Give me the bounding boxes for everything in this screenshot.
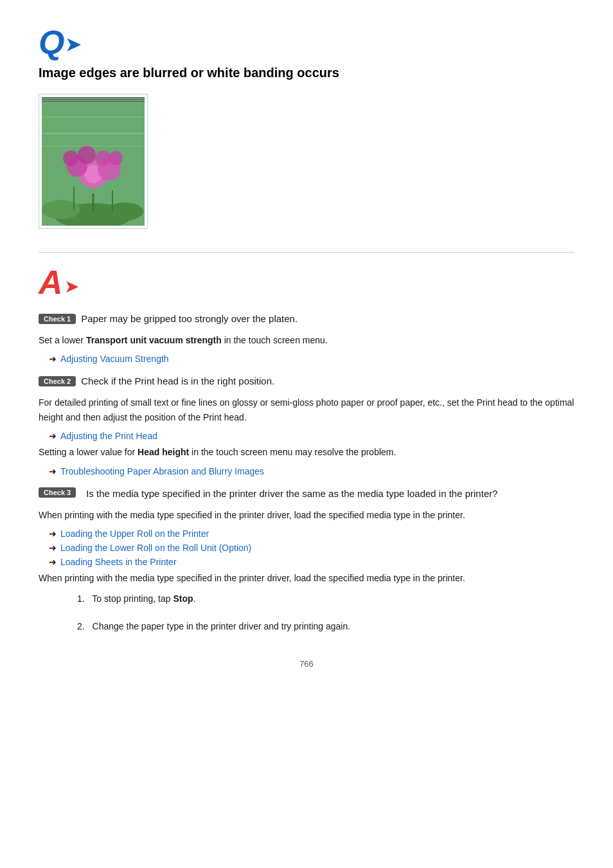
page-title: Image edges are blurred or white banding… (39, 64, 574, 81)
loading-upper-roll-link[interactable]: Loading the Upper Roll on the Printer (60, 529, 209, 539)
a-letter: A (39, 266, 63, 299)
svg-rect-17 (42, 102, 145, 102)
q-letter: Q (39, 26, 64, 59)
arrow-bullet-5: ➜ (49, 543, 57, 553)
arrow-bullet-1: ➜ (49, 354, 57, 364)
svg-point-12 (95, 150, 111, 166)
arrow-bullet-3: ➜ (49, 466, 57, 476)
check-3-badge-wrap: Check 3 (39, 487, 81, 498)
svg-point-13 (63, 150, 78, 166)
item-1-num: 1. (77, 593, 85, 604)
check-2-link-row: ➜ Adjusting the Print Head (49, 431, 574, 441)
svg-rect-21 (42, 116, 145, 118)
image-container (39, 94, 148, 229)
flower-image (42, 97, 145, 226)
adjusting-vacuum-link[interactable]: Adjusting Vacuum Strength (60, 354, 169, 364)
loading-lower-roll-link[interactable]: Loading the Lower Roll on the Roll Unit … (60, 543, 251, 553)
svg-point-11 (78, 146, 96, 164)
divider-line (39, 252, 574, 253)
q-arrow: ➤ (66, 36, 80, 54)
q-icon: Q ➤ (39, 26, 574, 59)
vacuum-strength-bold: Transport unit vacuum strength (86, 335, 222, 345)
page-container: Q ➤ Image edges are blurred or white ban… (0, 0, 613, 868)
troubleshooting-paper-link[interactable]: Troubleshooting Paper Abrasion and Blurr… (60, 466, 264, 476)
svg-rect-16 (42, 100, 145, 100)
adjusting-print-head-link[interactable]: Adjusting the Print Head (60, 431, 157, 441)
a-icon: A ➤ (39, 266, 574, 299)
svg-point-14 (109, 151, 123, 165)
check-1-link-row: ➜ Adjusting Vacuum Strength (49, 354, 574, 364)
check-3-para-1: When printing with the media type specif… (39, 508, 574, 522)
numbered-item-1: 1. To stop printing, tap Stop. (77, 592, 574, 606)
loading-sheets-link[interactable]: Loading Sheets in the Printer (60, 557, 177, 567)
arrow-bullet-4: ➜ (49, 529, 57, 539)
check-1-row: Check 1 Paper may be gripped too strongl… (39, 312, 574, 325)
head-height-bold: Head height (138, 447, 189, 457)
check-2-row: Check 2 Check if the Print head is in th… (39, 374, 574, 388)
check-3-link-row-3: ➜ Loading Sheets in the Printer (49, 557, 574, 567)
check-3-link-row-2: ➜ Loading the Lower Roll on the Roll Uni… (49, 543, 574, 553)
check-3-badge: Check 3 (39, 487, 76, 498)
svg-rect-15 (42, 97, 145, 98)
svg-rect-20 (42, 145, 145, 147)
check-3-text: Is the media type specified in the print… (86, 487, 497, 500)
page-number: 766 (39, 659, 574, 669)
check-2-badge: Check 2 (39, 376, 76, 386)
arrow-bullet-6: ➜ (49, 557, 57, 567)
check-2-extra-link-row: ➜ Troubleshooting Paper Abrasion and Blu… (49, 466, 574, 476)
check-3-block: Check 3 Is the media type specified in t… (39, 487, 574, 500)
item-2-num: 2. (77, 621, 85, 631)
numbered-item-2: 2. Change the paper type in the printer … (77, 619, 574, 633)
check-2-para-2: Setting a lower value for Head height in… (39, 445, 574, 459)
numbered-list: 1. To stop printing, tap Stop. 2. Change… (64, 592, 574, 633)
stop-bold: Stop (173, 593, 193, 604)
check-3-link-row-1: ➜ Loading the Upper Roll on the Printer (49, 529, 574, 539)
check-1-para: Set a lower Transport unit vacuum streng… (39, 333, 574, 347)
item-2-text: Change the paper type in the printer dri… (93, 621, 351, 631)
check-2-text: Check if the Print head is in the right … (81, 374, 274, 388)
arrow-bullet-2: ➜ (49, 431, 57, 441)
check-3-inner: Check 3 Is the media type specified in t… (39, 487, 574, 500)
check-1-text: Paper may be gripped too strongly over t… (81, 312, 298, 325)
check-3-para-2: When printing with the media type specif… (39, 571, 574, 585)
check-1-badge: Check 1 (39, 314, 76, 324)
svg-rect-19 (42, 132, 145, 134)
check-2-para-1: For detailed printing of small text or f… (39, 395, 574, 424)
svg-rect-18 (42, 104, 145, 104)
a-arrow: ➤ (64, 276, 79, 297)
